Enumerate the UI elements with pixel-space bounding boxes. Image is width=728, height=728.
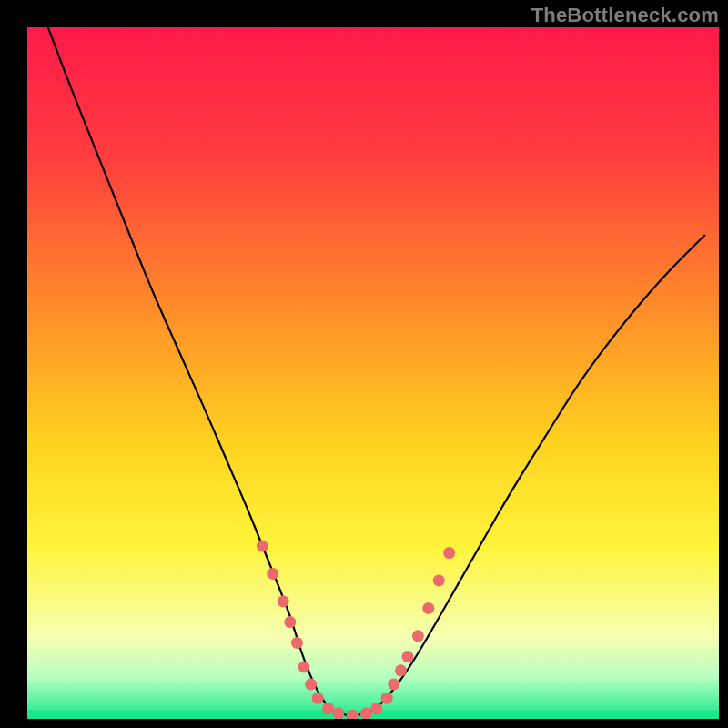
plot-background xyxy=(27,27,719,719)
bottleneck-chart xyxy=(0,0,728,728)
curve-marker xyxy=(333,707,345,719)
curve-marker xyxy=(298,662,310,673)
watermark-text: TheBottleneck.com xyxy=(531,4,719,27)
curve-marker xyxy=(284,616,296,628)
curve-marker xyxy=(291,637,303,649)
curve-marker xyxy=(360,707,372,719)
curve-marker xyxy=(395,664,407,676)
curve-marker xyxy=(388,679,399,691)
curve-marker xyxy=(402,651,414,662)
curve-marker xyxy=(312,693,324,704)
curve-marker xyxy=(257,541,268,552)
curve-marker xyxy=(305,679,317,691)
curve-marker xyxy=(381,693,393,704)
curve-marker xyxy=(433,575,445,587)
curve-marker xyxy=(412,630,424,642)
curve-marker xyxy=(443,547,455,559)
curve-marker xyxy=(267,568,278,580)
chart-stage: TheBottleneck.com xyxy=(0,0,728,728)
curve-marker xyxy=(370,703,382,714)
curve-marker xyxy=(322,703,334,714)
curve-marker xyxy=(422,602,434,614)
curve-marker xyxy=(278,595,289,607)
